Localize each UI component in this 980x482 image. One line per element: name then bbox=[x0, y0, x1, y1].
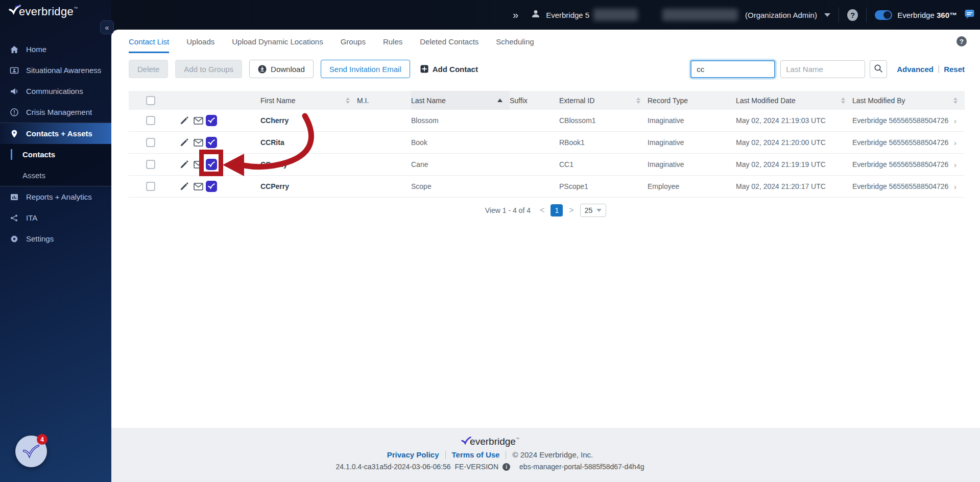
column-header-last-name[interactable]: Last Name bbox=[411, 91, 510, 110]
sidebar-item-reports-analytics[interactable]: Reports + Analytics bbox=[0, 186, 111, 207]
sidebar-item-label: Settings bbox=[26, 234, 54, 243]
cell-last-modified-by: Everbridge 565565588504726 bbox=[852, 160, 965, 168]
toggle-knob bbox=[883, 11, 891, 19]
everbridge-360-toggle[interactable] bbox=[875, 10, 892, 20]
sidebar-item-assets[interactable]: Assets bbox=[0, 165, 111, 186]
sidebar-nav: Home Situational Awareness Communication… bbox=[0, 39, 111, 249]
send-email-icon[interactable] bbox=[194, 139, 203, 147]
terms-of-use-link[interactable]: Terms of Use bbox=[452, 450, 500, 459]
cell-record-type: Employee bbox=[648, 182, 736, 190]
first-name-search-input[interactable] bbox=[690, 60, 775, 78]
download-button[interactable]: Download bbox=[249, 60, 314, 78]
column-header-external-id[interactable]: External ID bbox=[559, 91, 648, 110]
row-expand-chevron-icon[interactable]: › bbox=[954, 116, 957, 125]
page-help-icon[interactable]: ? bbox=[957, 36, 967, 46]
sidebar-item-label: Assets bbox=[22, 171, 45, 180]
sidebar-item-settings[interactable]: Settings bbox=[0, 228, 111, 249]
sidebar-item-contacts[interactable]: Contacts bbox=[0, 144, 111, 165]
sidebar-item-contacts-assets[interactable]: Contacts + Assets bbox=[0, 123, 111, 144]
cell-first-name[interactable]: CCandy bbox=[260, 160, 357, 168]
column-header-suffix[interactable]: Suffix bbox=[510, 91, 559, 110]
row-select-cell bbox=[129, 160, 178, 169]
sort-icon[interactable] bbox=[636, 98, 640, 104]
edit-pencil-icon[interactable] bbox=[180, 182, 189, 191]
everbridge-suite-icon[interactable] bbox=[206, 137, 217, 148]
row-expand-chevron-icon[interactable]: › bbox=[954, 182, 957, 191]
tab-deleted-contacts[interactable]: Deleted Contacts bbox=[420, 30, 479, 53]
tab-groups[interactable]: Groups bbox=[341, 30, 366, 53]
cell-last-modified-date: May 02, 2024 21:20:17 UTC bbox=[736, 182, 852, 190]
tab-upload-dynamic-locations[interactable]: Upload Dynamic Locations bbox=[232, 30, 323, 53]
sidebar-collapse-button[interactable]: « bbox=[100, 20, 114, 34]
cell-first-name[interactable]: CCPerry bbox=[260, 182, 357, 190]
page-size-select[interactable]: 25 bbox=[580, 204, 607, 217]
column-label: Last Name bbox=[411, 97, 446, 105]
sort-icon[interactable] bbox=[841, 98, 845, 104]
cell-first-name[interactable]: CCRita bbox=[260, 138, 357, 147]
edit-pencil-icon[interactable] bbox=[180, 160, 189, 169]
privacy-policy-link[interactable]: Privacy Policy bbox=[387, 450, 439, 459]
sort-ascending-icon[interactable] bbox=[497, 99, 503, 102]
column-header-record-type[interactable]: Record Type bbox=[648, 91, 736, 110]
tab-rules[interactable]: Rules bbox=[383, 30, 402, 53]
sidebar-item-ita[interactable]: ITA bbox=[0, 207, 111, 228]
page: » Everbridge 5 (Organization Admin) ? Ev… bbox=[0, 0, 980, 482]
expand-icon[interactable]: » bbox=[513, 9, 518, 21]
cell-first-name[interactable]: CCherry bbox=[260, 116, 357, 125]
select-all-checkbox[interactable] bbox=[146, 96, 155, 105]
select-all-cell bbox=[129, 91, 178, 110]
tab-contact-list[interactable]: Contact List bbox=[129, 30, 169, 53]
next-page-button[interactable]: > bbox=[567, 206, 575, 215]
advanced-search-link[interactable]: Advanced bbox=[897, 65, 934, 74]
edit-pencil-icon[interactable] bbox=[180, 138, 189, 147]
search-button[interactable] bbox=[870, 60, 887, 78]
column-header-first-name[interactable]: First Name bbox=[260, 91, 357, 110]
tab-uploads[interactable]: Uploads bbox=[186, 30, 214, 53]
add-contact-button[interactable]: Add Contact bbox=[417, 60, 486, 78]
row-checkbox[interactable] bbox=[146, 138, 155, 147]
cell-last-modified-by: Everbridge 565565588504726 bbox=[852, 138, 965, 147]
sidebar-item-label: Situational Awareness bbox=[26, 66, 101, 75]
add-to-groups-button[interactable]: Add to Groups bbox=[175, 60, 242, 78]
previous-page-button[interactable]: < bbox=[538, 206, 546, 215]
delete-button[interactable]: Delete bbox=[129, 60, 168, 78]
send-email-icon[interactable] bbox=[194, 117, 203, 125]
toolbar: Delete Add to Groups Download Send Invit… bbox=[129, 60, 965, 78]
add-contact-icon bbox=[420, 65, 428, 73]
account-menu-caret-icon[interactable] bbox=[824, 13, 830, 17]
everbridge-suite-icon[interactable] bbox=[206, 115, 217, 126]
sidebar-item-communications[interactable]: Communications bbox=[0, 81, 111, 102]
row-select-cell bbox=[129, 138, 178, 147]
sidebar-item-home[interactable]: Home bbox=[0, 39, 111, 60]
row-expand-chevron-icon[interactable]: › bbox=[954, 160, 957, 169]
main-content: Contact List Uploads Upload Dynamic Loca… bbox=[111, 30, 980, 428]
pagination: View 1 - 4 of 4 < 1 > 25 bbox=[111, 204, 980, 217]
tab-scheduling[interactable]: Scheduling bbox=[496, 30, 534, 53]
sort-icon[interactable] bbox=[346, 98, 350, 104]
info-icon[interactable]: i bbox=[503, 463, 510, 471]
everbridge-suite-icon[interactable] bbox=[206, 181, 217, 192]
reset-search-link[interactable]: Reset bbox=[944, 65, 965, 74]
send-email-icon[interactable] bbox=[194, 183, 203, 190]
sidebar-item-situational-awareness[interactable]: Situational Awareness bbox=[0, 60, 111, 81]
everbridge-logo[interactable]: everbridge ™ bbox=[8, 5, 78, 18]
row-select-cell bbox=[129, 116, 178, 125]
product-label: Everbridge 360™ bbox=[897, 11, 957, 19]
send-email-icon[interactable] bbox=[194, 161, 203, 168]
column-header-last-modified-by[interactable]: Last Modified By bbox=[852, 91, 965, 110]
help-icon[interactable]: ? bbox=[847, 9, 858, 21]
chat-icon[interactable] bbox=[964, 9, 975, 21]
sort-icon[interactable] bbox=[953, 98, 958, 104]
everbridge-suite-icon[interactable] bbox=[206, 159, 217, 170]
sidebar-item-crisis-management[interactable]: Crisis Management bbox=[0, 102, 111, 123]
send-invitation-email-button[interactable]: Send Invitation Email bbox=[321, 60, 410, 78]
row-checkbox[interactable] bbox=[146, 160, 155, 169]
row-checkbox[interactable] bbox=[146, 116, 155, 125]
row-expand-chevron-icon[interactable]: › bbox=[954, 138, 957, 147]
last-name-search-input[interactable] bbox=[780, 60, 865, 78]
row-checkbox[interactable] bbox=[146, 182, 155, 191]
column-header-mi[interactable]: M.I. bbox=[357, 91, 411, 110]
current-page-button[interactable]: 1 bbox=[551, 204, 563, 216]
edit-pencil-icon[interactable] bbox=[180, 116, 189, 125]
column-header-last-modified-date[interactable]: Last Modified Date bbox=[736, 91, 852, 110]
